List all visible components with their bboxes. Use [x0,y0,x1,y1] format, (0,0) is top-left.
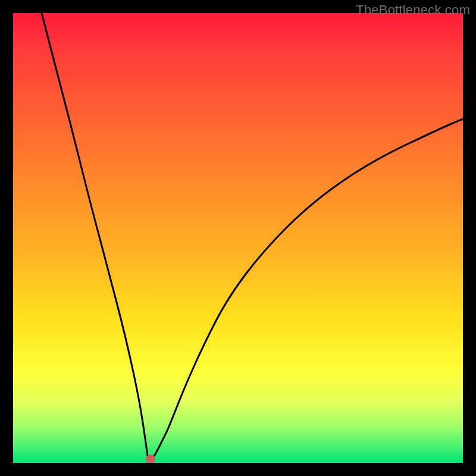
curve-line [42,13,463,461]
chart-frame: TheBottleneck.com [0,0,476,476]
watermark-text: TheBottleneck.com [356,2,470,18]
plot-area [13,13,463,463]
bottleneck-curve [13,13,463,463]
